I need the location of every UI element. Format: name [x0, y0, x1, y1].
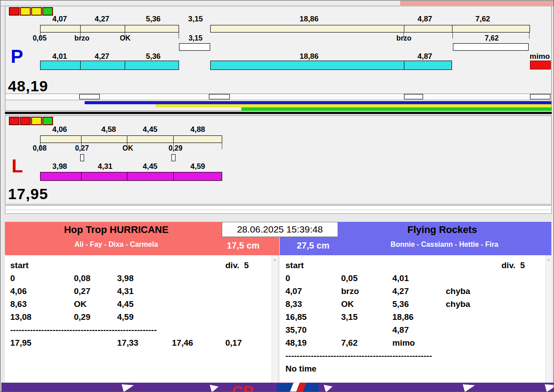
split-time: 18,86: [290, 15, 328, 24]
left-table-scrollbar[interactable]: ^: [272, 255, 277, 383]
progress-bar-yellow: [155, 104, 551, 107]
col-division: div. 5: [501, 259, 551, 272]
marker-box: [179, 43, 210, 51]
run-time: 4,01: [41, 52, 78, 61]
table-header-row: start div. 5: [280, 259, 551, 272]
run-time: 4,31: [86, 162, 124, 171]
split-bar: [40, 135, 222, 143]
run-time: 4,87: [406, 52, 444, 61]
traffic-light-3: [31, 117, 42, 125]
change-label: 3,15: [177, 34, 214, 42]
tick-mark: [529, 33, 530, 39]
fault-bar: [530, 61, 551, 69]
table-header-row: start div. 5: [5, 259, 277, 272]
sensor-box: [209, 94, 230, 99]
col-start: start: [10, 259, 74, 272]
marker-box: [80, 154, 84, 161]
swoosh-arrow-icon: [545, 383, 554, 392]
table-row: 35,704,87: [280, 323, 551, 336]
lane-p-letter: P: [11, 47, 23, 66]
run-time: 5,36: [134, 52, 172, 61]
change-label: brzo: [63, 34, 101, 42]
sensor-box: [79, 94, 100, 99]
scroll-up-icon[interactable]: ^: [546, 258, 551, 264]
separator-row: ----------------------------------------…: [280, 349, 551, 362]
run-bar: [40, 61, 179, 70]
change-label: brzo: [385, 34, 423, 42]
table-row: 4,07brzo4,27chyba: [280, 285, 551, 298]
tick-mark: [222, 143, 222, 149]
change-label: 0,05: [21, 34, 58, 42]
split-time: 3,15: [177, 15, 214, 24]
fault-label: mimo: [521, 52, 554, 61]
col-division: div. 5: [225, 259, 277, 272]
traffic-light-3: [31, 7, 42, 16]
traffic-light-2: [20, 7, 31, 16]
change-label: 0,08: [21, 144, 58, 152]
table-row: 48,197,62mimo: [280, 336, 551, 349]
table-row: 4,060,274,31: [5, 285, 277, 298]
right-team-height: 27,5 cm: [284, 241, 342, 251]
right-team-dogs: Bonnie - Cassiann - Hettie - Fira: [346, 241, 542, 249]
split-bar: [40, 25, 179, 33]
split-time: 4,07: [41, 15, 78, 24]
marker-box: [453, 43, 529, 51]
sensor-box: [404, 94, 423, 99]
right-team-name: Flying Rockets: [346, 224, 538, 236]
change-label: OK: [109, 144, 147, 152]
table-row: 00,083,98: [5, 272, 277, 285]
separator-row: ----------------------------------------…: [5, 323, 277, 336]
flag-logo-icon: [276, 383, 319, 392]
lane-l-traffic-lights: [9, 117, 53, 125]
left-team-height: 17,5 cm: [210, 241, 277, 251]
progress-bar-blue: [85, 101, 551, 104]
split-time: 7,62: [464, 15, 501, 24]
traffic-light-4: [42, 117, 53, 125]
no-time-row: No time: [280, 362, 551, 375]
marker-box: [171, 154, 175, 161]
traffic-light-1: [9, 7, 20, 16]
table-row: 00,054,01: [280, 272, 551, 285]
change-label: 0,27: [63, 144, 101, 152]
sensor-box: [530, 94, 550, 99]
table-row: 13,080,294,59: [5, 310, 277, 323]
lane-l-letter: L: [12, 157, 23, 176]
right-results-table: start div. 5 00,054,01 4,07brzo4,27chyba…: [280, 255, 551, 383]
run-time: 4,45: [131, 162, 169, 171]
timing-app-window: 4,07 4,27 5,36 3,15 18,86 4,87 7,62 0,05…: [0, 0, 554, 392]
cr-logo-text: CR: [232, 384, 254, 392]
table-row: 8,33OK5,36chyba: [280, 298, 551, 310]
split-bar: [210, 25, 530, 33]
datetime-display: 28.06.2025 15:39:48: [222, 222, 338, 237]
total-row: 17,95 17,33 17,46 0,17: [5, 336, 277, 349]
lane-p-panel: 4,07 4,27 5,36 3,15 18,86 4,87 7,62 0,05…: [5, 6, 552, 111]
run-time: 4,27: [83, 52, 121, 61]
split-time: 4,87: [406, 15, 444, 24]
lane-divider: [5, 112, 552, 114]
swoosh-arrow-icon: [122, 383, 135, 392]
table-row: 16,853,1518,86: [280, 310, 551, 323]
lane-p-total-time: 48,19: [8, 78, 48, 95]
scroll-up-icon[interactable]: ^: [272, 258, 277, 264]
run-time: 18,86: [290, 52, 328, 61]
change-label: OK: [106, 34, 144, 42]
top-scrollbar[interactable]: [400, 1, 554, 5]
lane-l-total-time: 17,95: [8, 185, 48, 203]
traffic-light-1: [9, 117, 20, 125]
traffic-light-2: [20, 117, 31, 125]
swoosh-arrow-icon: [463, 383, 476, 392]
lane-l-track: [5, 205, 552, 214]
left-team-name: Hop Trop HURRICANE: [14, 224, 219, 236]
change-label: 7,62: [473, 34, 510, 42]
left-results-table: start div. 5 00,083,98 4,060,274,31 8,63…: [5, 255, 277, 383]
split-time: 4,27: [83, 15, 121, 24]
bottom-banner: CR: [1, 383, 554, 392]
split-time: 4,06: [41, 125, 78, 134]
split-time: 4,58: [90, 125, 127, 134]
col-start: start: [285, 259, 341, 272]
right-table-scrollbar[interactable]: ^: [546, 255, 551, 383]
swoosh-arrow-icon: [210, 383, 220, 392]
run-time: 3,98: [41, 162, 78, 171]
split-time: 5,36: [134, 15, 172, 24]
change-label: 0,29: [157, 144, 194, 152]
